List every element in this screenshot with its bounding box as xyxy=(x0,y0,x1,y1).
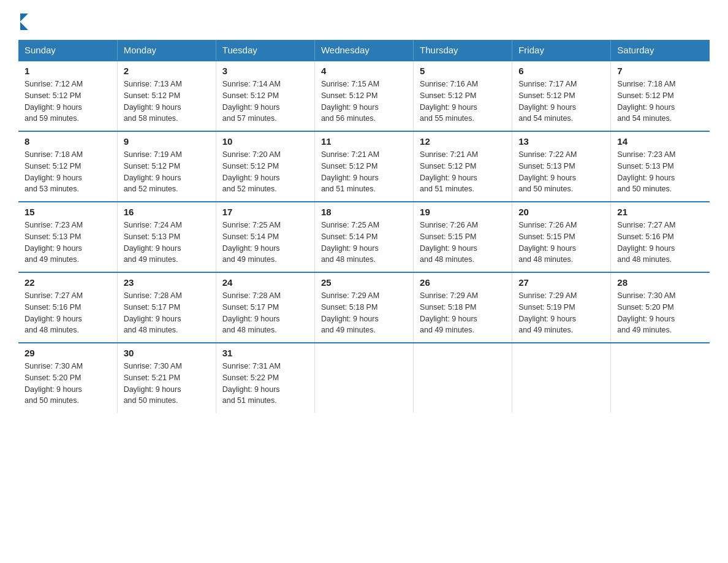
calendar-cell: 18 Sunrise: 7:25 AM Sunset: 5:14 PM Dayl… xyxy=(314,202,413,272)
header-thursday: Thursday xyxy=(414,40,512,61)
calendar-table: SundayMondayTuesdayWednesdayThursdayFrid… xyxy=(18,40,710,413)
day-number: 28 xyxy=(617,277,703,288)
day-number: 8 xyxy=(25,136,111,147)
day-number: 29 xyxy=(25,348,111,358)
day-info: Sunrise: 7:29 AM Sunset: 5:19 PM Dayligh… xyxy=(518,290,604,336)
header-saturday: Saturday xyxy=(611,40,710,61)
calendar-cell: 25 Sunrise: 7:29 AM Sunset: 5:18 PM Dayl… xyxy=(314,272,413,343)
day-info: Sunrise: 7:29 AM Sunset: 5:18 PM Dayligh… xyxy=(420,290,506,336)
day-info: Sunrise: 7:24 AM Sunset: 5:13 PM Dayligh… xyxy=(124,220,210,266)
day-info: Sunrise: 7:13 AM Sunset: 5:12 PM Dayligh… xyxy=(124,79,210,124)
day-info: Sunrise: 7:27 AM Sunset: 5:16 PM Dayligh… xyxy=(25,290,111,336)
calendar-cell xyxy=(414,343,512,413)
day-info: Sunrise: 7:18 AM Sunset: 5:12 PM Dayligh… xyxy=(617,79,703,124)
day-info: Sunrise: 7:28 AM Sunset: 5:17 PM Dayligh… xyxy=(124,290,210,336)
day-info: Sunrise: 7:25 AM Sunset: 5:14 PM Dayligh… xyxy=(321,220,407,266)
day-number: 27 xyxy=(518,277,604,288)
calendar-cell: 31 Sunrise: 7:31 AM Sunset: 5:22 PM Dayl… xyxy=(216,343,314,413)
day-info: Sunrise: 7:22 AM Sunset: 5:13 PM Dayligh… xyxy=(518,149,604,195)
day-number: 18 xyxy=(321,207,407,217)
day-number: 12 xyxy=(420,136,506,147)
day-info: Sunrise: 7:30 AM Sunset: 5:20 PM Dayligh… xyxy=(25,361,111,407)
calendar-cell: 13 Sunrise: 7:22 AM Sunset: 5:13 PM Dayl… xyxy=(512,131,611,202)
day-number: 2 xyxy=(124,66,210,76)
day-number: 23 xyxy=(124,277,210,288)
week-row-5: 29 Sunrise: 7:30 AM Sunset: 5:20 PM Dayl… xyxy=(18,343,710,413)
day-number: 17 xyxy=(222,207,308,217)
calendar-cell: 9 Sunrise: 7:19 AM Sunset: 5:12 PM Dayli… xyxy=(117,131,216,202)
calendar-cell: 26 Sunrise: 7:29 AM Sunset: 5:18 PM Dayl… xyxy=(414,272,512,343)
calendar-cell: 16 Sunrise: 7:24 AM Sunset: 5:13 PM Dayl… xyxy=(117,202,216,272)
day-info: Sunrise: 7:26 AM Sunset: 5:15 PM Dayligh… xyxy=(420,220,506,266)
header-wednesday: Wednesday xyxy=(314,40,413,61)
day-info: Sunrise: 7:30 AM Sunset: 5:21 PM Dayligh… xyxy=(124,361,210,407)
day-info: Sunrise: 7:31 AM Sunset: 5:22 PM Dayligh… xyxy=(222,361,308,407)
calendar-cell: 15 Sunrise: 7:23 AM Sunset: 5:13 PM Dayl… xyxy=(18,202,117,272)
day-number: 6 xyxy=(518,66,604,76)
calendar-cell: 30 Sunrise: 7:30 AM Sunset: 5:21 PM Dayl… xyxy=(117,343,216,413)
day-info: Sunrise: 7:27 AM Sunset: 5:16 PM Dayligh… xyxy=(617,220,703,266)
day-number: 16 xyxy=(124,207,210,217)
day-number: 5 xyxy=(420,66,506,76)
calendar-cell: 19 Sunrise: 7:26 AM Sunset: 5:15 PM Dayl… xyxy=(414,202,512,272)
day-number: 3 xyxy=(222,66,308,76)
day-info: Sunrise: 7:21 AM Sunset: 5:12 PM Dayligh… xyxy=(420,149,506,195)
logo xyxy=(18,12,28,29)
day-info: Sunrise: 7:26 AM Sunset: 5:15 PM Dayligh… xyxy=(518,220,604,266)
calendar-cell: 7 Sunrise: 7:18 AM Sunset: 5:12 PM Dayli… xyxy=(611,61,710,131)
week-row-1: 1 Sunrise: 7:12 AM Sunset: 5:12 PM Dayli… xyxy=(18,61,710,131)
calendar-cell xyxy=(512,343,611,413)
day-info: Sunrise: 7:23 AM Sunset: 5:13 PM Dayligh… xyxy=(25,220,111,266)
day-number: 22 xyxy=(25,277,111,288)
day-number: 11 xyxy=(321,136,407,147)
day-info: Sunrise: 7:28 AM Sunset: 5:17 PM Dayligh… xyxy=(222,290,308,336)
day-number: 9 xyxy=(124,136,210,147)
calendar-cell: 21 Sunrise: 7:27 AM Sunset: 5:16 PM Dayl… xyxy=(611,202,710,272)
calendar-cell: 10 Sunrise: 7:20 AM Sunset: 5:12 PM Dayl… xyxy=(216,131,314,202)
calendar-cell: 1 Sunrise: 7:12 AM Sunset: 5:12 PM Dayli… xyxy=(18,61,117,131)
calendar-cell: 27 Sunrise: 7:29 AM Sunset: 5:19 PM Dayl… xyxy=(512,272,611,343)
day-number: 10 xyxy=(222,136,308,147)
header-friday: Friday xyxy=(512,40,611,61)
day-number: 26 xyxy=(420,277,506,288)
calendar-cell: 2 Sunrise: 7:13 AM Sunset: 5:12 PM Dayli… xyxy=(117,61,216,131)
day-number: 20 xyxy=(518,207,604,217)
day-info: Sunrise: 7:17 AM Sunset: 5:12 PM Dayligh… xyxy=(518,79,604,124)
calendar-cell: 20 Sunrise: 7:26 AM Sunset: 5:15 PM Dayl… xyxy=(512,202,611,272)
day-info: Sunrise: 7:16 AM Sunset: 5:12 PM Dayligh… xyxy=(420,79,506,124)
week-row-4: 22 Sunrise: 7:27 AM Sunset: 5:16 PM Dayl… xyxy=(18,272,710,343)
calendar-cell: 12 Sunrise: 7:21 AM Sunset: 5:12 PM Dayl… xyxy=(414,131,512,202)
day-info: Sunrise: 7:12 AM Sunset: 5:12 PM Dayligh… xyxy=(25,79,111,124)
calendar-cell: 4 Sunrise: 7:15 AM Sunset: 5:12 PM Dayli… xyxy=(314,61,413,131)
day-info: Sunrise: 7:21 AM Sunset: 5:12 PM Dayligh… xyxy=(321,149,407,195)
day-number: 13 xyxy=(518,136,604,147)
day-number: 31 xyxy=(222,348,308,358)
day-number: 21 xyxy=(617,207,703,217)
day-number: 14 xyxy=(617,136,703,147)
calendar-cell: 17 Sunrise: 7:25 AM Sunset: 5:14 PM Dayl… xyxy=(216,202,314,272)
day-number: 7 xyxy=(617,66,703,76)
calendar-cell: 14 Sunrise: 7:23 AM Sunset: 5:13 PM Dayl… xyxy=(611,131,710,202)
day-info: Sunrise: 7:18 AM Sunset: 5:12 PM Dayligh… xyxy=(25,149,111,195)
calendar-cell: 24 Sunrise: 7:28 AM Sunset: 5:17 PM Dayl… xyxy=(216,272,314,343)
day-info: Sunrise: 7:23 AM Sunset: 5:13 PM Dayligh… xyxy=(617,149,703,195)
calendar-cell: 22 Sunrise: 7:27 AM Sunset: 5:16 PM Dayl… xyxy=(18,272,117,343)
calendar-cell: 8 Sunrise: 7:18 AM Sunset: 5:12 PM Dayli… xyxy=(18,131,117,202)
day-info: Sunrise: 7:19 AM Sunset: 5:12 PM Dayligh… xyxy=(124,149,210,195)
week-row-2: 8 Sunrise: 7:18 AM Sunset: 5:12 PM Dayli… xyxy=(18,131,710,202)
calendar-cell: 23 Sunrise: 7:28 AM Sunset: 5:17 PM Dayl… xyxy=(117,272,216,343)
day-number: 19 xyxy=(420,207,506,217)
header-tuesday: Tuesday xyxy=(216,40,314,61)
calendar-cell: 3 Sunrise: 7:14 AM Sunset: 5:12 PM Dayli… xyxy=(216,61,314,131)
day-number: 30 xyxy=(124,348,210,358)
day-number: 4 xyxy=(321,66,407,76)
calendar-cell xyxy=(314,343,413,413)
day-info: Sunrise: 7:29 AM Sunset: 5:18 PM Dayligh… xyxy=(321,290,407,336)
page-header xyxy=(18,12,710,29)
day-info: Sunrise: 7:20 AM Sunset: 5:12 PM Dayligh… xyxy=(222,149,308,195)
day-number: 25 xyxy=(321,277,407,288)
week-row-3: 15 Sunrise: 7:23 AM Sunset: 5:13 PM Dayl… xyxy=(18,202,710,272)
header-monday: Monday xyxy=(117,40,216,61)
day-info: Sunrise: 7:30 AM Sunset: 5:20 PM Dayligh… xyxy=(617,290,703,336)
day-info: Sunrise: 7:25 AM Sunset: 5:14 PM Dayligh… xyxy=(222,220,308,266)
